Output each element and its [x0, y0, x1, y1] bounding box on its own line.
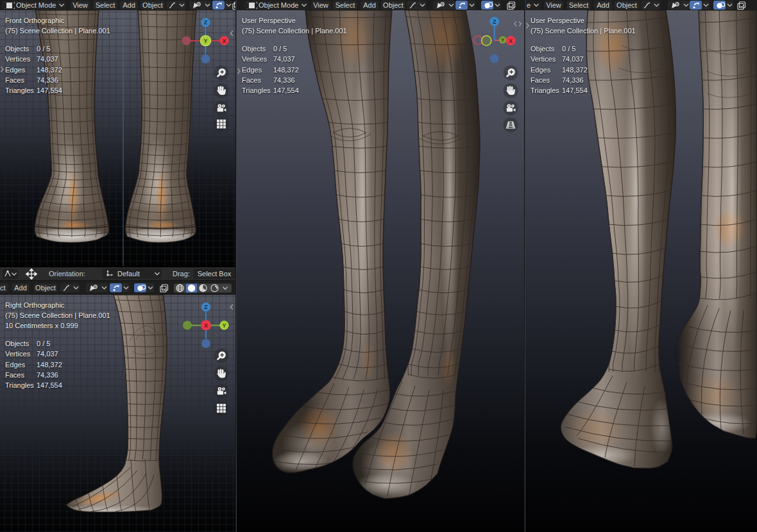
svg-text:Z: Z [493, 19, 497, 25]
svg-text:Z: Z [204, 19, 208, 26]
svg-text:Y: Y [203, 38, 207, 44]
svg-text:Y: Y [222, 322, 226, 329]
svg-text:X: X [509, 38, 513, 44]
svg-text:X: X [222, 38, 226, 44]
svg-text:Z: Z [204, 304, 208, 310]
svg-text:Y: Y [501, 37, 504, 43]
svg-text:X: X [204, 322, 208, 329]
